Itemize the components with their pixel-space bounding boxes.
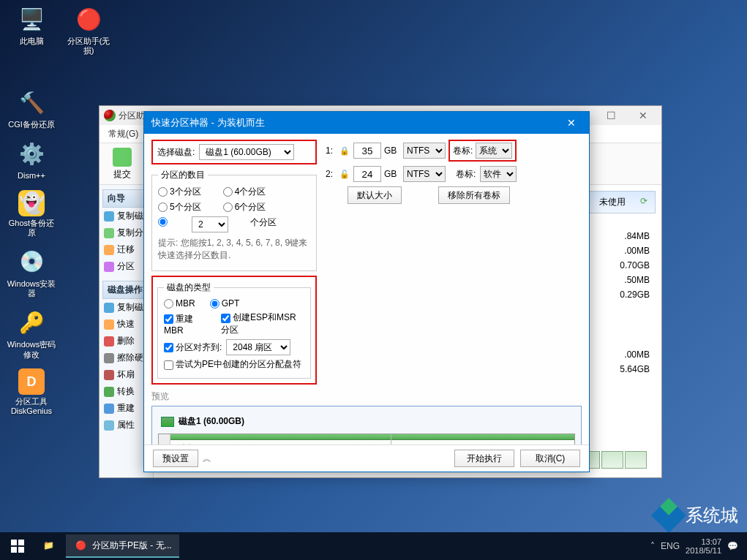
- partition-row-2: 2: 🔓 GB NTFS 卷标: 软件: [326, 166, 582, 182]
- radio-gpt[interactable]: GPT: [210, 298, 240, 309]
- size-input-1[interactable]: [353, 143, 381, 159]
- desktop-icon-wininstall[interactable]: 💿Windows安装器: [6, 246, 57, 298]
- app-taskbar-icon: 🔴: [73, 538, 88, 553]
- preview-box: 磁盘1 (60.00GB) 2 系统 35.00GB NTFS 软件 25.00…: [151, 406, 582, 444]
- dialog-close-button[interactable]: ✕: [561, 115, 582, 131]
- clock[interactable]: 13:07 2018/5/11: [686, 537, 721, 555]
- desktop-icons: 🖥️此电脑 🔴分区助手(无损) 🔨CGI备份还原 ⚙️Dism++ 👻Ghost…: [6, 4, 57, 425]
- svg-rect-3: [18, 547, 24, 553]
- volume-label-highlight: 卷标: 系统: [448, 140, 517, 162]
- vol-select-2[interactable]: 软件: [480, 166, 517, 182]
- check-rebuild-mbr[interactable]: 重建MBR: [164, 313, 208, 336]
- segment-software[interactable]: 软件 25.00GB NTFS: [391, 434, 574, 444]
- ime-indicator[interactable]: ENG: [661, 541, 680, 551]
- align-select[interactable]: 2048 扇区: [226, 339, 290, 355]
- desktop-icon-diskgenius[interactable]: D分区工具DiskGenius: [6, 368, 57, 416]
- disk-type-highlight: 磁盘的类型 MBR GPT 重建MBR 创建ESP和MSR分区 分区对齐到: 2…: [151, 276, 317, 385]
- tool-commit[interactable]: 提交: [105, 148, 139, 181]
- desktop-icon-dism[interactable]: ⚙️Dism++: [6, 138, 57, 181]
- svg-rect-1: [18, 540, 24, 545]
- check-align[interactable]: 分区对齐到:: [164, 341, 222, 354]
- hint-text: 提示: 您能按1, 2, 3, 4, 5, 6, 7, 8, 9键来快速选择分区…: [158, 234, 310, 265]
- close-button[interactable]: ✕: [629, 108, 657, 123]
- desktop-icon-partition-assistant[interactable]: 🔴分区助手(无损): [63, 4, 114, 56]
- system-tray: ˄ ENG 13:07 2018/5/11 💬: [645, 537, 744, 555]
- default-size-button[interactable]: 默认大小: [348, 186, 402, 204]
- fs-select-2[interactable]: NTFS: [403, 166, 446, 182]
- radio-6parts[interactable]: 6个分区: [223, 201, 266, 213]
- segment-system[interactable]: 系统 35.00GB NTFS: [170, 434, 391, 444]
- disk-select[interactable]: 磁盘1 (60.00GB): [199, 144, 294, 160]
- watermark: 系统城: [656, 503, 738, 528]
- watermark-icon: [651, 498, 686, 533]
- svg-rect-0: [11, 540, 17, 545]
- check-create-esp[interactable]: 创建ESP和MSR分区: [221, 311, 304, 336]
- partition-bar: 2 系统 35.00GB NTFS 软件 25.00GB NTFS: [158, 434, 575, 444]
- start-button[interactable]: 开始执行: [454, 450, 514, 467]
- desktop-icon-winpwd[interactable]: 🔑Windows密码修改: [6, 307, 57, 359]
- check-assign-letter[interactable]: 尝试为PE中创建的分区分配盘符: [164, 358, 301, 371]
- dialog-title: 快速分区神器 - 为装机而生: [151, 116, 265, 129]
- radio-3parts[interactable]: 3个分区: [158, 186, 201, 198]
- notifications-icon[interactable]: 💬: [727, 541, 738, 551]
- dialog-footer: 预设置 ︽ 开始执行 取消(C): [144, 444, 589, 472]
- disk-icon: [161, 417, 174, 427]
- lock-icon[interactable]: 🔒: [339, 145, 350, 156]
- partition-row-1: 1: 🔒 GB NTFS 卷标: 系统: [326, 140, 582, 162]
- quick-partition-dialog: 快速分区神器 - 为装机而生 ✕ 选择磁盘: 磁盘1 (60.00GB) 分区的…: [143, 111, 590, 472]
- windows-logo-icon: [11, 540, 24, 553]
- size-input-2[interactable]: [353, 166, 381, 182]
- desktop-icon-ghost[interactable]: 👻Ghost备份还原: [6, 190, 57, 238]
- start-button[interactable]: [3, 532, 32, 560]
- preview-disk-name: 磁盘1 (60.00GB): [179, 415, 244, 428]
- cancel-button[interactable]: 取消(C): [520, 450, 580, 467]
- left-column: 选择磁盘: 磁盘1 (60.00GB) 分区的数目 3个分区 4个分区 5个分区…: [151, 140, 317, 385]
- taskbar-item-app[interactable]: 🔴 分区助手PE版 - 无...: [66, 534, 179, 558]
- chevron-icon: ︽: [203, 453, 211, 465]
- dialog-titlebar[interactable]: 快速分区神器 - 为装机而生 ✕: [144, 112, 589, 134]
- unlock-icon[interactable]: 🔓: [339, 168, 350, 180]
- menu-general[interactable]: 常规(G): [108, 128, 138, 140]
- partition-count-fieldset: 分区的数目 3个分区 4个分区 5个分区 6个分区 2 个分区 提示: 您能按: [151, 169, 317, 271]
- desktop-icon-this-pc[interactable]: 🖥️此电脑: [6, 4, 57, 46]
- radio-custom[interactable]: [158, 216, 170, 232]
- taskbar: 📁 🔴 分区助手PE版 - 无... ˄ ENG 13:07 2018/5/11…: [0, 532, 747, 560]
- refresh-icon[interactable]: ⟳: [640, 196, 647, 208]
- select-disk-label: 选择磁盘:: [157, 146, 195, 159]
- remove-labels-button[interactable]: 移除所有卷标: [438, 186, 510, 204]
- select-disk-highlight: 选择磁盘: 磁盘1 (60.00GB): [151, 140, 317, 164]
- taskbar-item-explorer[interactable]: 📁: [34, 534, 63, 558]
- radio-4parts[interactable]: 4个分区: [223, 186, 266, 198]
- custom-count-select[interactable]: 2: [192, 216, 228, 232]
- fs-select-1[interactable]: NTFS: [403, 143, 446, 159]
- maximize-button[interactable]: ☐: [598, 108, 626, 123]
- radio-mbr[interactable]: MBR: [164, 298, 195, 309]
- svg-rect-2: [11, 547, 17, 553]
- folder-icon: 📁: [41, 538, 56, 553]
- preview-label: 预览: [151, 390, 582, 403]
- preset-button[interactable]: 预设置: [153, 450, 198, 467]
- vol-select-1[interactable]: 系统: [476, 143, 512, 159]
- right-column: 1: 🔒 GB NTFS 卷标: 系统 2: 🔓 GB NTFS: [320, 140, 582, 204]
- radio-5parts[interactable]: 5个分区: [158, 201, 201, 213]
- tray-chevron-icon[interactable]: ˄: [650, 541, 655, 551]
- app-icon: [104, 110, 116, 121]
- desktop-icon-cgi[interactable]: 🔨CGI备份还原: [6, 87, 57, 129]
